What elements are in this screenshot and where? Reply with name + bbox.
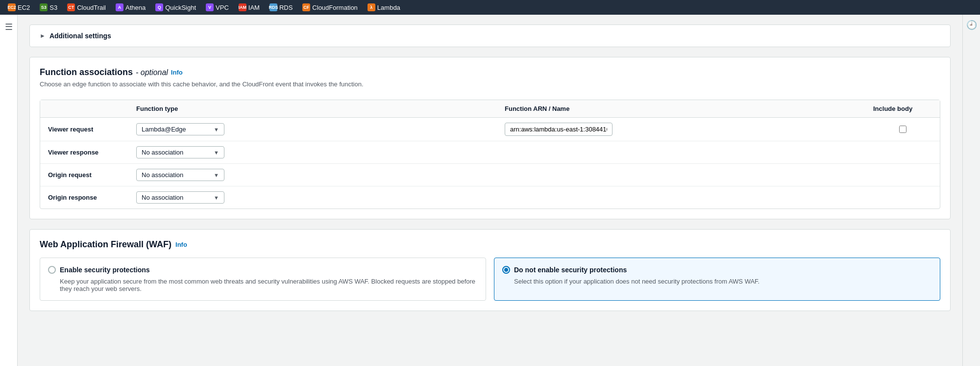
viewer-request-dropdown-value: Lambda@Edge (142, 126, 186, 133)
optional-text: - optional (136, 68, 168, 77)
cloudtrail-icon: CT (67, 3, 75, 11)
waf-disable-radio[interactable] (502, 266, 510, 274)
waf-disable-label: Do not enable security protections (514, 266, 627, 274)
layout: ☰ ► Additional settings Function associa… (0, 15, 980, 366)
viewer-response-dropdown-value: No association (142, 149, 183, 156)
origin-request-function-type[interactable]: No association ▼ (136, 169, 505, 181)
origin-request-dropdown[interactable]: No association ▼ (136, 169, 224, 181)
function-associations-header: Function associations - optional Info Ch… (30, 57, 950, 92)
function-associations-desc: Choose an edge function to associate wit… (40, 80, 940, 88)
expand-arrow-icon: ► (40, 32, 46, 39)
nav-item-ec2[interactable]: EC2 EC2 (4, 2, 34, 12)
quicksight-icon: Q (155, 3, 163, 11)
nav-label-iam: IAM (248, 4, 260, 11)
nav-item-s3[interactable]: S3 S3 (36, 2, 61, 12)
fa-col-function-type: Function type (136, 105, 505, 112)
viewer-response-dropdown[interactable]: No association ▼ (136, 146, 224, 158)
waf-options: Enable security protections Keep your ap… (30, 258, 950, 311)
navbar: EC2 EC2 S3 S3 CT CloudTrail A Athena Q Q… (0, 0, 980, 15)
right-sidebar: 🕘 (962, 15, 980, 366)
viewer-response-function-type[interactable]: No association ▼ (136, 146, 505, 158)
nav-label-s3: S3 (49, 4, 57, 11)
dropdown-arrow-icon: ▼ (214, 172, 219, 178)
main-content: ► Additional settings Function associati… (18, 15, 962, 366)
nav-label-athena: Athena (125, 4, 146, 11)
table-row: Origin response No association ▼ (40, 186, 940, 209)
nav-label-rds: RDS (279, 4, 293, 11)
origin-request-dropdown-value: No association (142, 171, 183, 179)
waf-enable-radio[interactable] (48, 266, 56, 274)
hamburger-menu[interactable]: ☰ (3, 20, 15, 34)
athena-icon: A (116, 3, 123, 11)
origin-response-function-type[interactable]: No association ▼ (136, 191, 505, 204)
additional-settings-label: Additional settings (49, 32, 111, 40)
fa-table-header: Function type Function ARN / Name Includ… (40, 100, 940, 118)
waf-title-text: Web Application Firewall (WAF) (40, 239, 172, 250)
fa-col-function-arn: Function ARN / Name (505, 105, 873, 112)
s3-icon: S3 (40, 3, 48, 11)
waf-enable-header: Enable security protections (48, 266, 478, 274)
nav-item-quicksight[interactable]: Q QuickSight (151, 2, 200, 12)
table-row: Viewer request Lambda@Edge ▼ (40, 118, 940, 141)
dropdown-arrow-icon: ▼ (214, 127, 219, 132)
nav-label-cloudtrail: CloudTrail (77, 4, 106, 11)
viewer-request-function-type[interactable]: Lambda@Edge ▼ (136, 123, 505, 135)
nav-label-vpc: VPC (216, 4, 229, 11)
fa-col-include-body: Include body (873, 105, 932, 112)
origin-response-dropdown[interactable]: No association ▼ (136, 191, 224, 204)
table-row: Origin request No association ▼ (40, 164, 940, 186)
waf-enable-desc: Keep your application secure from the mo… (60, 278, 478, 292)
clock-icon[interactable]: 🕘 (966, 20, 977, 30)
waf-disable-option[interactable]: Do not enable security protections Selec… (494, 258, 940, 301)
waf-enable-option[interactable]: Enable security protections Keep your ap… (40, 258, 486, 301)
rds-icon: RDS (270, 3, 277, 11)
dropdown-arrow-icon: ▼ (214, 150, 219, 156)
nav-label-cloudformation: CloudFormation (312, 4, 358, 11)
nav-label-lambda: Lambda (377, 4, 400, 11)
nav-item-athena[interactable]: A Athena (112, 2, 149, 12)
origin-response-dropdown-value: No association (142, 194, 183, 201)
function-associations-table: Function type Function ARN / Name Includ… (40, 100, 940, 209)
viewer-request-include-body-cell (873, 126, 932, 133)
additional-settings-card: ► Additional settings (29, 25, 951, 47)
viewer-response-label: Viewer response (48, 149, 136, 156)
nav-item-cloudformation[interactable]: CF CloudFormation (298, 2, 362, 12)
waf-card: Web Application Firewall (WAF) Info Enab… (29, 229, 951, 311)
sidebar: ☰ (0, 15, 18, 366)
waf-info-link[interactable]: Info (175, 241, 187, 248)
origin-request-label: Origin request (48, 171, 136, 179)
viewer-request-include-body-checkbox[interactable] (899, 126, 906, 133)
additional-settings-toggle[interactable]: ► Additional settings (30, 25, 950, 47)
function-associations-card: Function associations - optional Info Ch… (29, 57, 951, 219)
lambda-icon: λ (368, 3, 375, 11)
origin-response-label: Origin response (48, 194, 136, 201)
nav-item-cloudtrail[interactable]: CT CloudTrail (63, 2, 110, 12)
viewer-request-arn-cell (505, 123, 873, 136)
function-associations-info-link[interactable]: Info (171, 69, 183, 76)
waf-enable-label: Enable security protections (60, 266, 150, 274)
viewer-request-arn-input[interactable] (505, 123, 612, 136)
waf-header: Web Application Firewall (WAF) Info (30, 230, 950, 258)
waf-disable-header: Do not enable security protections (502, 266, 932, 274)
nav-item-rds[interactable]: RDS RDS (266, 2, 296, 12)
function-associations-title: Function associations - optional Info (40, 67, 940, 78)
iam-icon: IAM (239, 3, 246, 11)
ec2-icon: EC2 (8, 3, 16, 11)
table-row: Viewer response No association ▼ (40, 141, 940, 164)
fa-col-empty (48, 105, 136, 112)
waf-title: Web Application Firewall (WAF) Info (40, 239, 940, 250)
cloudformation-icon: CF (302, 3, 310, 11)
nav-label-ec2: EC2 (18, 4, 30, 11)
nav-item-vpc[interactable]: V VPC (202, 2, 233, 12)
dropdown-arrow-icon: ▼ (214, 195, 219, 201)
nav-item-iam[interactable]: IAM IAM (235, 2, 264, 12)
waf-disable-desc: Select this option if your application d… (514, 278, 932, 285)
vpc-icon: V (206, 3, 214, 11)
function-associations-title-text: Function associations (40, 67, 133, 78)
viewer-request-label: Viewer request (48, 126, 136, 133)
viewer-request-dropdown[interactable]: Lambda@Edge ▼ (136, 123, 224, 135)
nav-label-quicksight: QuickSight (165, 4, 196, 11)
nav-item-lambda[interactable]: λ Lambda (364, 2, 404, 12)
